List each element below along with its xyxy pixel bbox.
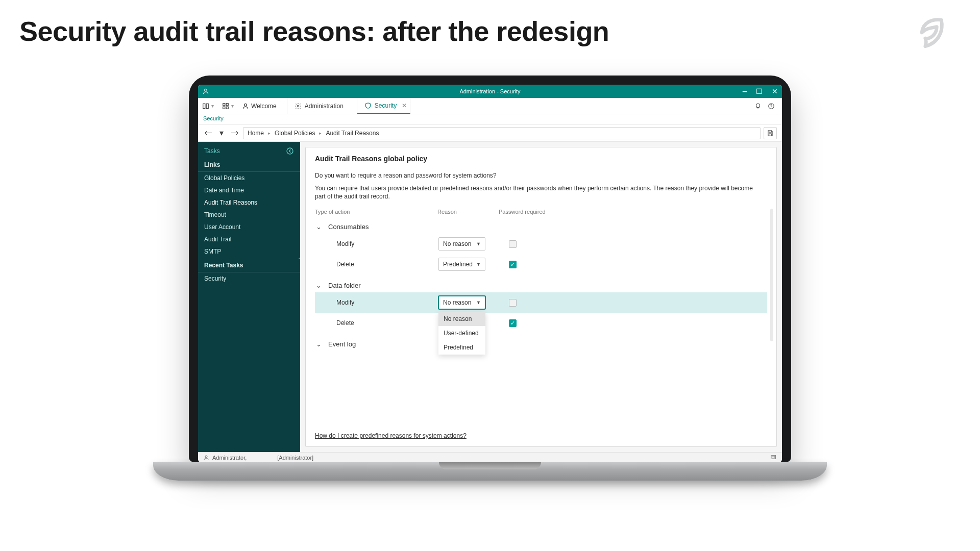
scrollbar[interactable] bbox=[770, 209, 773, 341]
gear-icon bbox=[295, 103, 302, 110]
password-checkbox[interactable] bbox=[509, 240, 517, 248]
svg-point-0 bbox=[205, 89, 207, 91]
column-headers: Type of action Reason Password required bbox=[315, 209, 767, 215]
status-bar: Administrator, [Administrator] bbox=[198, 452, 782, 462]
breadcrumb-segment[interactable]: Audit Trail Reasons bbox=[326, 130, 379, 137]
caret-down-icon: ▼ bbox=[476, 262, 481, 267]
sidebar-item-audit-trail-reasons[interactable]: Audit Trail Reasons bbox=[198, 196, 300, 209]
main-content: Audit Trail Reasons global policy Do you… bbox=[300, 142, 782, 452]
sidebar-item-global-policies[interactable]: Global Policies bbox=[198, 172, 300, 184]
reason-select[interactable]: Predefined▼ bbox=[438, 258, 485, 271]
user-icon bbox=[203, 455, 209, 461]
window-maximize-button[interactable]: ☐ bbox=[756, 87, 763, 95]
status-role: [Administrator] bbox=[277, 455, 313, 461]
context-tab[interactable]: Security bbox=[198, 114, 782, 124]
reason-select[interactable]: No reason▼ bbox=[438, 296, 485, 309]
slide-title: Security audit trail reasons: after the … bbox=[19, 15, 609, 47]
group-name: Data folder bbox=[328, 282, 361, 289]
column-action: Type of action bbox=[315, 209, 437, 215]
action-name: Delete bbox=[336, 261, 438, 268]
sidebar-item-smtp[interactable]: SMTP bbox=[198, 245, 300, 258]
nav-forward-button[interactable]: 🡒 bbox=[230, 128, 240, 138]
chevron-down-icon: ⌄ bbox=[315, 223, 322, 231]
reason-dropdown: No reason User-defined Predefined bbox=[438, 312, 485, 355]
sidebar-item-recent-security[interactable]: Security bbox=[198, 272, 300, 285]
window-icon[interactable] bbox=[770, 454, 777, 460]
app-window: Administration - Security ━ ☐ ✕ ▾ ▾ bbox=[198, 85, 782, 462]
panel-description: You can require that users provide detai… bbox=[315, 184, 764, 201]
window-titlebar: Administration - Security ━ ☐ ✕ bbox=[198, 85, 782, 98]
svg-rect-13 bbox=[772, 456, 775, 458]
svg-rect-1 bbox=[203, 104, 205, 108]
group-header[interactable]: ⌄ Event log bbox=[315, 337, 767, 351]
column-reason: Reason bbox=[437, 209, 499, 215]
action-row: Delete bbox=[315, 313, 767, 333]
svg-point-11 bbox=[205, 456, 207, 458]
sidebar-tasks-header[interactable]: Tasks bbox=[198, 142, 300, 157]
brand-logo bbox=[913, 15, 949, 52]
tab-label: Administration bbox=[305, 103, 344, 110]
user-icon bbox=[202, 88, 209, 95]
welcome-button[interactable]: Welcome bbox=[238, 98, 281, 114]
group-header[interactable]: ⌄ Consumables bbox=[315, 220, 767, 234]
password-checkbox[interactable] bbox=[509, 261, 517, 268]
columns-icon bbox=[202, 103, 209, 110]
status-user: Administrator, bbox=[212, 455, 247, 461]
policy-panel: Audit Trail Reasons global policy Do you… bbox=[305, 147, 777, 447]
window-minimize-button[interactable]: ━ bbox=[743, 87, 747, 95]
panel-question: Do you want to require a reason and pass… bbox=[315, 172, 767, 179]
reason-select[interactable]: No reason▼ bbox=[438, 237, 485, 251]
laptop-mock: Administration - Security ━ ☐ ✕ ▾ ▾ bbox=[189, 76, 791, 481]
lightbulb-icon[interactable] bbox=[754, 103, 762, 110]
tab-security[interactable]: Security ✕ bbox=[357, 98, 410, 114]
nav-history-button[interactable]: ▾ bbox=[216, 128, 227, 138]
dropdown-option[interactable]: User-defined bbox=[438, 326, 485, 340]
password-checkbox[interactable] bbox=[509, 319, 517, 327]
window-controls: ━ ☐ ✕ bbox=[743, 87, 778, 95]
breadcrumb-path[interactable]: Home▸ Global Policies▸ Audit Trail Reaso… bbox=[243, 127, 761, 139]
layout-columns-button[interactable]: ▾ bbox=[198, 98, 218, 114]
dropdown-option[interactable]: Predefined bbox=[438, 340, 485, 355]
sidebar: Tasks Links Global Policies Date and Tim… bbox=[198, 142, 300, 452]
help-link[interactable]: How do I create predefined reasons for s… bbox=[315, 432, 467, 439]
sidebar-item-audit-trail[interactable]: Audit Trail bbox=[198, 233, 300, 245]
svg-rect-6 bbox=[226, 107, 228, 109]
tab-close-button[interactable]: ✕ bbox=[402, 102, 407, 109]
svg-rect-5 bbox=[223, 107, 225, 109]
panel-title: Audit Trail Reasons global policy bbox=[315, 155, 767, 163]
sidebar-item-user-account[interactable]: User Account bbox=[198, 221, 300, 233]
window-title: Administration - Security bbox=[459, 88, 520, 94]
sidebar-recent-header: Recent Tasks bbox=[198, 258, 300, 272]
action-row: Delete Predefined▼ bbox=[315, 254, 767, 274]
save-icon bbox=[767, 130, 774, 137]
nav-back-button[interactable]: 🡐 bbox=[203, 128, 213, 138]
welcome-label: Welcome bbox=[251, 103, 277, 110]
action-row: Modify No reason▼ bbox=[315, 234, 767, 254]
action-name: Modify bbox=[336, 240, 438, 247]
toolbar: ▾ ▾ Welcome Administration Security bbox=[198, 98, 782, 114]
action-name: Modify bbox=[336, 299, 438, 306]
sidebar-item-timeout[interactable]: Timeout bbox=[198, 209, 300, 221]
tab-label: Security bbox=[375, 102, 397, 109]
help-icon[interactable] bbox=[768, 103, 775, 110]
sidebar-item-date-time[interactable]: Date and Time bbox=[198, 184, 300, 196]
action-name: Delete bbox=[336, 319, 438, 327]
layout-grid-button[interactable]: ▾ bbox=[218, 98, 238, 114]
group-header[interactable]: ⌄ Data folder bbox=[315, 279, 767, 292]
shield-icon bbox=[364, 102, 372, 109]
tab-administration[interactable]: Administration bbox=[287, 98, 357, 114]
window-close-button[interactable]: ✕ bbox=[772, 87, 778, 95]
svg-point-7 bbox=[244, 104, 247, 106]
grid-icon bbox=[222, 103, 229, 110]
breadcrumb-segment[interactable]: Home bbox=[248, 130, 264, 137]
dropdown-option[interactable]: No reason bbox=[438, 312, 485, 326]
save-button[interactable] bbox=[764, 127, 777, 139]
group-event-log: ⌄ Event log bbox=[315, 337, 767, 351]
collapse-icon[interactable] bbox=[286, 147, 294, 155]
action-row: Modify No reason▼ No reason User-defined… bbox=[315, 292, 767, 313]
svg-point-8 bbox=[297, 105, 299, 107]
sidebar-links-header: Links bbox=[198, 157, 300, 172]
breadcrumb-segment[interactable]: Global Policies bbox=[275, 130, 315, 137]
caret-down-icon: ▼ bbox=[476, 300, 481, 305]
password-checkbox[interactable] bbox=[509, 299, 517, 307]
